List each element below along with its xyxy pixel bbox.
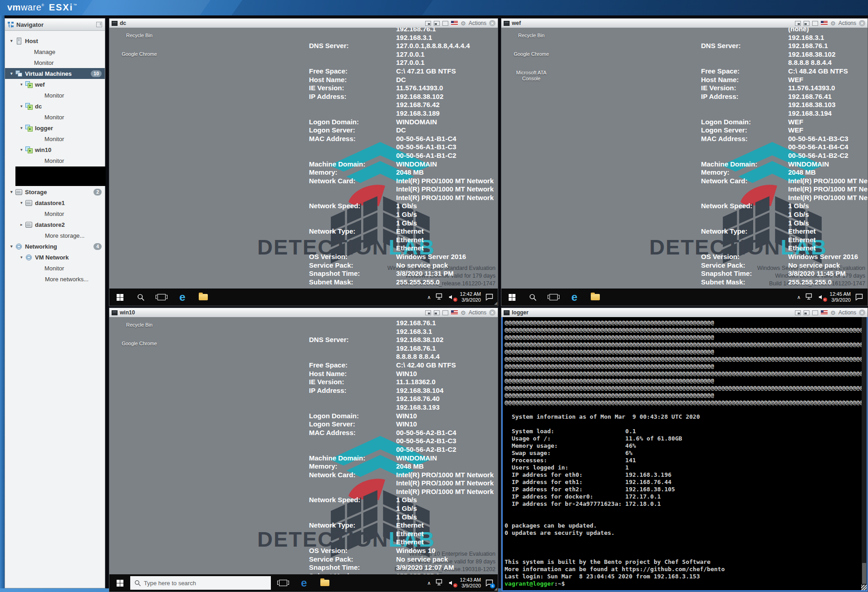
actions-button[interactable]: Actions — [469, 309, 486, 316]
window-size-small-icon[interactable] — [425, 21, 431, 26]
navigator-tree-item[interactable]: ▾ win10 — [5, 144, 105, 155]
taskbar-search-input[interactable]: Type here to search — [130, 576, 271, 590]
actions-button[interactable]: Actions — [469, 20, 486, 26]
console-settings-gear-icon[interactable]: ⚙ — [461, 20, 466, 26]
tree-expander-arrow[interactable]: ▾ — [20, 255, 25, 259]
console-settings-gear-icon[interactable]: ⚙ — [461, 310, 466, 316]
desktop-icon[interactable]: Recycle Bin — [118, 322, 161, 328]
network-icon[interactable] — [436, 293, 444, 302]
window-size-medium-icon[interactable] — [804, 310, 809, 315]
action-center-icon[interactable] — [855, 294, 863, 301]
vm-window-titlebar[interactable]: dc ⚙ Actions × — [109, 19, 498, 28]
navigator-tree-item[interactable]: Monitor — [5, 112, 105, 122]
window-size-large-icon[interactable] — [812, 21, 818, 26]
window-size-small-icon[interactable] — [795, 21, 801, 26]
task-view-button[interactable] — [543, 289, 564, 306]
desktop-icon[interactable]: Recycle Bin — [510, 33, 553, 39]
window-size-small-icon[interactable] — [425, 310, 431, 315]
file-explorer-button[interactable] — [585, 289, 606, 306]
vm-window-titlebar[interactable]: logger ⚙ Actions × — [501, 308, 868, 318]
desktop-icon[interactable]: Google Chrome — [510, 51, 553, 57]
action-center-icon[interactable]: 6 — [485, 579, 493, 587]
tray-chevron-icon[interactable]: ∧ — [427, 580, 431, 586]
navigator-tree-item[interactable]: ▾ VM Network — [5, 252, 105, 263]
tree-expander-arrow[interactable]: ▾ — [20, 147, 25, 152]
navigator-tree-item[interactable]: Manage — [5, 46, 105, 57]
navigator-tree-item[interactable] — [15, 166, 106, 186]
tree-expander-arrow[interactable]: ▾ — [10, 190, 15, 194]
taskbar-clock[interactable]: 12:45 AM3/9/2020 — [830, 291, 851, 303]
window-size-small-icon[interactable] — [795, 310, 801, 315]
tree-expander-arrow[interactable]: ▸ — [20, 222, 25, 227]
navigator-tree-item[interactable]: More networks... — [5, 274, 105, 284]
navigator-tree-item[interactable]: ▾ datastore1 — [5, 197, 105, 208]
tree-expander-arrow[interactable]: ▾ — [10, 244, 15, 249]
desktop-icon[interactable]: Recycle Bin — [118, 33, 161, 39]
window-size-large-icon[interactable] — [442, 310, 448, 315]
task-view-button[interactable] — [273, 574, 294, 592]
tree-expander-arrow[interactable]: ▾ — [10, 71, 15, 76]
actions-button[interactable]: Actions — [839, 309, 856, 316]
action-center-icon[interactable] — [485, 294, 493, 301]
volume-muted-icon[interactable]: × — [818, 294, 825, 300]
navigator-tree-item[interactable]: Monitor — [5, 208, 105, 219]
close-icon[interactable]: × — [859, 20, 865, 26]
navigator-tree-item[interactable]: Monitor — [5, 57, 105, 68]
tree-expander-arrow[interactable]: ▾ — [20, 104, 25, 108]
navigator-tree-item[interactable]: ▾ Networking 4 — [5, 241, 105, 252]
navigator-tree-item[interactable]: Monitor — [5, 263, 105, 274]
window-size-large-icon[interactable] — [812, 310, 818, 315]
tree-expander-arrow[interactable]: ▾ — [20, 201, 25, 205]
navigator-tree-item[interactable]: ▾ dc — [5, 101, 105, 112]
window-size-large-icon[interactable] — [442, 21, 448, 26]
tree-expander-arrow[interactable]: ▾ — [20, 126, 25, 130]
navigator-tree-item[interactable]: ▾ Host — [5, 35, 105, 46]
close-icon[interactable]: × — [859, 309, 865, 316]
close-icon[interactable]: × — [489, 309, 495, 316]
taskbar-clock[interactable]: 12:43 AM3/9/2020 — [460, 577, 481, 589]
terminal-scrollbar[interactable] — [862, 317, 867, 590]
window-size-medium-icon[interactable] — [804, 21, 809, 26]
window-size-medium-icon[interactable] — [434, 21, 440, 26]
navigator-tree-item[interactable]: ▸ datastore2 — [5, 219, 105, 230]
keyboard-layout-flag-icon[interactable] — [821, 21, 828, 25]
start-button[interactable] — [501, 289, 522, 306]
volume-muted-icon[interactable]: × — [448, 580, 456, 586]
taskbar-search-button[interactable] — [130, 289, 151, 306]
desktop-icon[interactable]: Google Chrome — [118, 341, 161, 347]
actions-button[interactable]: Actions — [839, 20, 856, 26]
panel-pin-icon[interactable] — [96, 22, 102, 27]
start-button[interactable] — [109, 289, 130, 306]
navigator-tree-item[interactable]: More storage... — [5, 230, 105, 241]
close-icon[interactable]: × — [489, 20, 495, 26]
scrollbar-thumb[interactable] — [862, 563, 866, 584]
navigator-tree-item[interactable]: ▾ Virtual Machines 10 — [5, 68, 105, 79]
navigator-tree-item[interactable]: Monitor — [5, 133, 105, 144]
edge-button[interactable]: e — [294, 574, 314, 592]
taskbar-search-button[interactable] — [522, 289, 543, 306]
navigator-tree-item[interactable]: ▾ Storage 2 — [5, 186, 105, 197]
navigator-tree-item[interactable]: Monitor — [5, 155, 105, 166]
network-icon[interactable] — [436, 579, 444, 587]
resize-grip-icon[interactable]: ◢ — [494, 301, 497, 305]
keyboard-layout-flag-icon[interactable] — [821, 310, 828, 315]
file-explorer-button[interactable] — [193, 289, 214, 306]
keyboard-layout-flag-icon[interactable] — [451, 310, 458, 315]
taskbar-clock[interactable]: 12:42 AM3/9/2020 — [460, 291, 481, 303]
file-explorer-button[interactable] — [314, 574, 335, 592]
vm-window-titlebar[interactable]: wef ⚙ Actions × — [501, 19, 868, 28]
resize-grip-icon[interactable]: ◢ — [494, 587, 497, 591]
navigator-tree-item[interactable]: ▾ wef — [5, 79, 105, 90]
volume-muted-icon[interactable]: × — [448, 294, 456, 300]
internet-explorer-button[interactable]: e — [172, 289, 193, 306]
tree-expander-arrow[interactable]: ▾ — [20, 82, 25, 87]
console-settings-gear-icon[interactable]: ⚙ — [830, 20, 836, 26]
navigator-tree-item[interactable]: Monitor — [5, 90, 105, 101]
keyboard-layout-flag-icon[interactable] — [451, 21, 458, 25]
desktop-icon[interactable]: Google Chrome — [118, 51, 161, 57]
task-view-button[interactable] — [151, 289, 172, 306]
navigator-tree-item[interactable]: ▾ logger — [5, 122, 105, 133]
resize-grip-icon[interactable] — [861, 585, 867, 590]
window-size-medium-icon[interactable] — [434, 310, 440, 315]
tray-chevron-icon[interactable]: ∧ — [427, 294, 431, 300]
